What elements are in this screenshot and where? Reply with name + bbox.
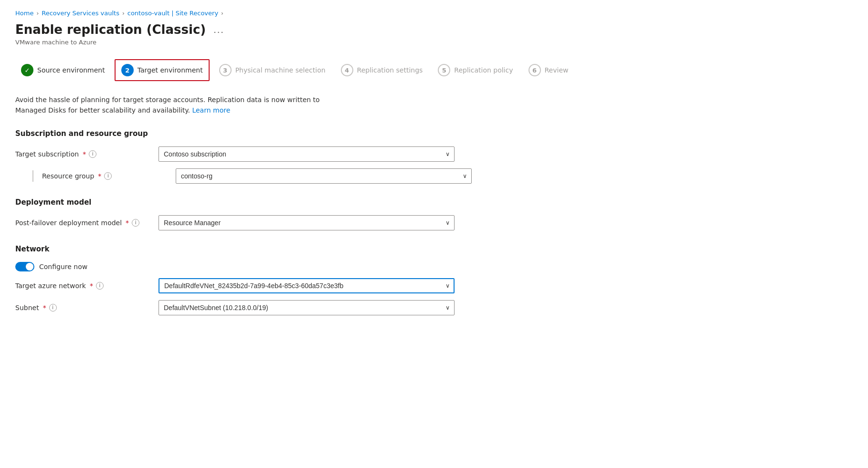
step-4-replication-settings[interactable]: 4 Replication settings bbox=[335, 60, 429, 80]
step-6-circle: 6 bbox=[529, 64, 541, 76]
step-2-label: Target environment bbox=[138, 66, 203, 74]
step-2-circle: 2 bbox=[121, 64, 134, 76]
target-subscription-required: * bbox=[83, 150, 86, 158]
deployment-model-section: Deployment model Post-failover deploymen… bbox=[15, 198, 853, 230]
network-section-heading: Network bbox=[15, 245, 853, 253]
step-3-physical-machine[interactable]: 3 Physical machine selection bbox=[213, 60, 331, 80]
resource-group-select-wrapper: contoso-rg ∨ bbox=[176, 168, 472, 184]
target-subscription-select-wrapper: Contoso subscription ∨ bbox=[159, 146, 455, 162]
subnet-select-wrapper: DefaultVNetSubnet (10.218.0.0/19) ∨ bbox=[159, 300, 455, 315]
subnet-label: Subnet * i bbox=[15, 304, 159, 312]
step-1-source-environment[interactable]: ✓ Source environment bbox=[15, 60, 111, 80]
deployment-model-label: Post-failover deployment model * i bbox=[15, 219, 159, 227]
subscription-section-heading: Subscription and resource group bbox=[15, 129, 853, 138]
step-5-label: Replication policy bbox=[454, 66, 513, 74]
page-subtitle: VMware machine to Azure bbox=[15, 39, 853, 46]
steps-bar: ✓ Source environment 2 Target environmen… bbox=[15, 59, 853, 81]
deployment-model-info-icon[interactable]: i bbox=[132, 219, 139, 227]
subnet-required: * bbox=[43, 304, 46, 312]
target-network-row: Target azure network * i DefaultRdfeVNet… bbox=[15, 278, 853, 293]
breadcrumb-home[interactable]: Home bbox=[15, 10, 33, 17]
breadcrumb: Home › Recovery Services vaults › contos… bbox=[15, 10, 853, 17]
configure-now-toggle[interactable] bbox=[15, 262, 34, 271]
step-6-label: Review bbox=[545, 66, 569, 74]
step-4-circle: 4 bbox=[341, 64, 353, 76]
breadcrumb-sep-1: › bbox=[36, 10, 39, 17]
target-subscription-select[interactable]: Contoso subscription bbox=[159, 146, 455, 162]
page-title: Enable replication (Classic) bbox=[15, 22, 206, 37]
subnet-row: Subnet * i DefaultVNetSubnet (10.218.0.0… bbox=[15, 300, 853, 315]
subscription-resource-group-section: Subscription and resource group Target s… bbox=[15, 129, 853, 184]
more-options-button[interactable]: ... bbox=[211, 23, 227, 36]
deployment-model-select-wrapper: Resource Manager ∨ bbox=[159, 215, 455, 230]
step-2-target-environment[interactable]: 2 Target environment bbox=[115, 59, 210, 81]
step-4-label: Replication settings bbox=[357, 66, 423, 74]
target-network-required: * bbox=[90, 282, 93, 290]
deployment-model-row: Post-failover deployment model * i Resou… bbox=[15, 215, 853, 230]
deployment-model-select[interactable]: Resource Manager bbox=[159, 215, 455, 230]
deployment-model-heading: Deployment model bbox=[15, 198, 853, 207]
target-subscription-row: Target subscription * i Contoso subscrip… bbox=[15, 146, 853, 162]
learn-more-link[interactable]: Learn more bbox=[192, 106, 230, 114]
resource-group-required: * bbox=[98, 172, 101, 180]
step-3-label: Physical machine selection bbox=[235, 66, 326, 74]
target-subscription-label: Target subscription * i bbox=[15, 150, 159, 158]
network-section: Network Configure now Target azure netwo… bbox=[15, 245, 853, 315]
target-network-info-icon[interactable]: i bbox=[96, 282, 104, 290]
resource-group-info-icon[interactable]: i bbox=[104, 172, 112, 180]
subnet-select[interactable]: DefaultVNetSubnet (10.218.0.0/19) bbox=[159, 300, 455, 315]
target-network-label: Target azure network * i bbox=[15, 282, 159, 290]
breadcrumb-sep-3: › bbox=[221, 10, 223, 17]
step-3-circle: 3 bbox=[219, 64, 232, 76]
breadcrumb-recovery-vaults[interactable]: Recovery Services vaults bbox=[42, 10, 119, 17]
resource-group-select[interactable]: contoso-rg bbox=[176, 168, 472, 184]
step-5-replication-policy[interactable]: 5 Replication policy bbox=[432, 60, 519, 80]
resource-group-label: Resource group * i bbox=[32, 170, 176, 182]
subnet-info-icon[interactable]: i bbox=[49, 304, 57, 312]
page-title-row: Enable replication (Classic) ... bbox=[15, 22, 853, 37]
step-1-label: Source environment bbox=[37, 66, 105, 74]
breadcrumb-contoso-vault[interactable]: contoso-vault | Site Recovery bbox=[127, 10, 218, 17]
resource-group-row: Resource group * i contoso-rg ∨ bbox=[15, 168, 853, 184]
configure-now-label: Configure now bbox=[39, 263, 87, 270]
toggle-slider bbox=[15, 262, 34, 271]
configure-now-row: Configure now bbox=[15, 262, 853, 271]
target-network-select[interactable]: DefaultRdfeVNet_82435b2d-7a99-4eb4-85c3-… bbox=[159, 278, 455, 293]
step-1-circle: ✓ bbox=[21, 64, 33, 76]
info-text: Avoid the hassle of planning for target … bbox=[15, 94, 349, 116]
step-5-circle: 5 bbox=[438, 64, 450, 76]
target-network-select-wrapper: DefaultRdfeVNet_82435b2d-7a99-4eb4-85c3-… bbox=[159, 278, 455, 293]
deployment-model-required: * bbox=[126, 219, 129, 227]
breadcrumb-sep-2: › bbox=[122, 10, 125, 17]
step-6-review[interactable]: 6 Review bbox=[523, 60, 574, 80]
target-subscription-info-icon[interactable]: i bbox=[89, 150, 96, 158]
